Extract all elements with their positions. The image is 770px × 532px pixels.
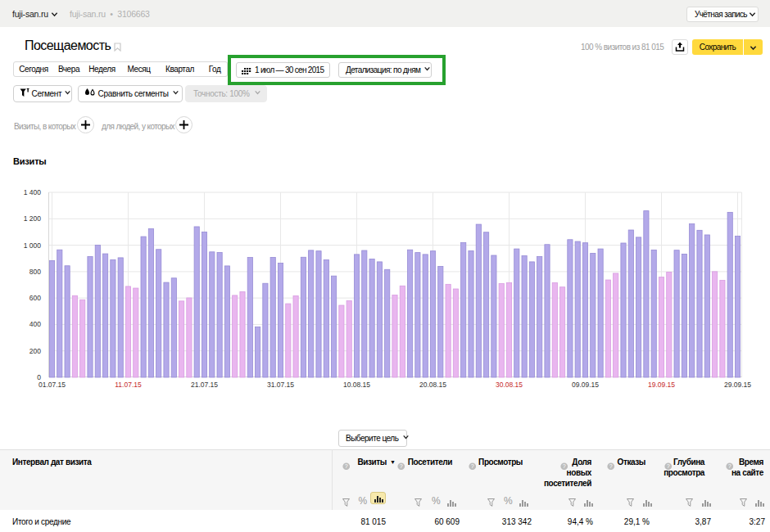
svg-text:21.07.15: 21.07.15 [191,381,218,389]
svg-text:200: 200 [29,347,41,355]
svg-text:10.08.15: 10.08.15 [343,381,370,389]
svg-text:31.07.15: 31.07.15 [267,381,294,389]
svg-text:09.09.15: 09.09.15 [572,381,599,389]
svg-text:1 000: 1 000 [24,241,42,250]
svg-text:11.07.15: 11.07.15 [115,381,142,389]
svg-text:600: 600 [29,294,41,302]
svg-text:400: 400 [29,320,41,328]
svg-text:1 200: 1 200 [24,214,42,223]
svg-text:20.08.15: 20.08.15 [419,381,446,389]
svg-text:30.08.15: 30.08.15 [496,381,523,389]
svg-text:800: 800 [29,268,41,276]
svg-text:?: ? [728,463,732,470]
svg-text:29.09.15: 29.09.15 [724,381,751,389]
svg-text:19.09.15: 19.09.15 [648,381,675,389]
svg-text:01.07.15: 01.07.15 [38,381,66,389]
svg-text:1 400: 1 400 [24,188,42,196]
